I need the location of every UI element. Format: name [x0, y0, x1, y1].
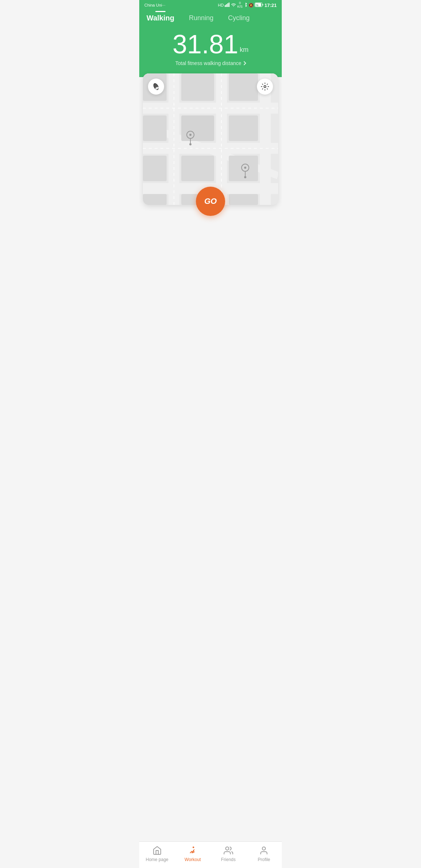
- distance-unit: km: [240, 46, 249, 54]
- time-display: 17:21: [265, 3, 277, 8]
- svg-rect-17: [229, 73, 258, 101]
- distance-label-row[interactable]: Total fitness walking distance: [147, 60, 274, 66]
- distance-display: 31.81km: [147, 31, 274, 57]
- svg-rect-16: [181, 73, 214, 101]
- status-bar: China Uni··· HD 0K/S 🔕: [139, 0, 282, 10]
- svg-rect-2: [227, 3, 228, 7]
- content-area: [139, 205, 282, 315]
- hd-badge: HD: [218, 3, 224, 7]
- svg-rect-21: [143, 156, 167, 181]
- mode-tabs: Walking Running Cycling: [147, 14, 274, 24]
- svg-rect-20: [229, 115, 258, 141]
- map-wrapper: GO: [143, 73, 278, 205]
- svg-point-36: [244, 167, 246, 169]
- battery-icon: 78: [255, 3, 263, 8]
- svg-rect-3: [229, 3, 230, 7]
- svg-rect-26: [229, 194, 258, 205]
- go-button-wrapper: GO: [196, 187, 225, 216]
- svg-text:78: 78: [255, 4, 258, 7]
- tab-running[interactable]: Running: [189, 14, 213, 23]
- tab-walking[interactable]: Walking: [147, 14, 174, 24]
- wifi-icon: [231, 3, 236, 7]
- go-button[interactable]: GO: [196, 187, 225, 216]
- svg-point-42: [264, 85, 266, 88]
- tab-cycling[interactable]: Cycling: [228, 14, 250, 23]
- map-container[interactable]: [143, 73, 278, 205]
- map-settings-button[interactable]: [257, 79, 273, 95]
- chevron-right-icon: [242, 61, 246, 65]
- svg-point-32: [189, 134, 191, 136]
- header-section: Walking Running Cycling 31.81km Total fi…: [139, 10, 282, 77]
- go-button-label: GO: [204, 197, 217, 206]
- svg-rect-18: [143, 115, 167, 141]
- draw-route-button[interactable]: [148, 79, 164, 95]
- svg-rect-22: [181, 156, 214, 181]
- carrier-text: China Uni···: [144, 3, 165, 7]
- bluetooth-icon: [244, 2, 247, 8]
- distance-label-text: Total fitness walking distance: [175, 60, 242, 66]
- svg-point-34: [189, 143, 191, 145]
- distance-value: 31.81: [172, 31, 238, 57]
- data-speed: 0K/S: [237, 1, 243, 9]
- bell-icon: 🔕: [249, 3, 254, 8]
- svg-point-38: [244, 176, 246, 178]
- svg-rect-24: [143, 194, 167, 205]
- status-right: HD 0K/S 🔕: [218, 1, 277, 9]
- signal-icon: [225, 3, 230, 8]
- svg-rect-23: [229, 156, 258, 181]
- svg-rect-0: [225, 5, 226, 7]
- svg-rect-19: [181, 115, 214, 141]
- svg-rect-1: [226, 4, 227, 7]
